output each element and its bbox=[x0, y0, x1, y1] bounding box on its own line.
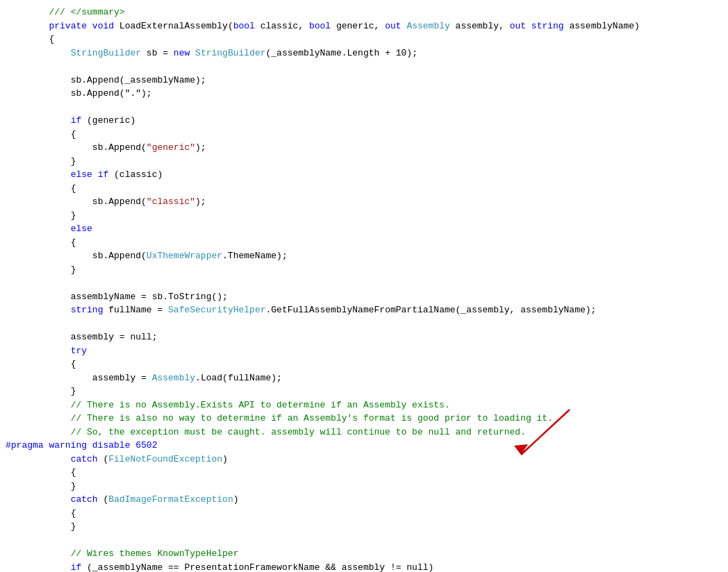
code-line: { bbox=[0, 358, 728, 371]
line-content: } bbox=[0, 209, 728, 223]
line-content: { bbox=[0, 236, 728, 250]
code-line: StringBuilder sb = new StringBuilder(_as… bbox=[0, 47, 728, 60]
code-line bbox=[0, 276, 728, 290]
line-content: private void LoadExternalAssembly(bool c… bbox=[0, 19, 728, 33]
line-content: if (generic) bbox=[0, 114, 728, 128]
code-line: catch (BadImageFormatException) bbox=[0, 493, 728, 507]
code-line: { bbox=[0, 33, 728, 47]
line-content: } bbox=[0, 263, 728, 277]
code-line: { bbox=[0, 507, 728, 521]
line-content: { bbox=[0, 466, 728, 480]
code-line: } bbox=[0, 155, 728, 169]
code-line: if (_assemblyName == PresentationFramewo… bbox=[0, 561, 728, 573]
code-line: private void LoadExternalAssembly(bool c… bbox=[0, 19, 728, 33]
code-line: string fullName = SafeSecurityHelper.Get… bbox=[0, 303, 728, 317]
line-content: // There is no Assembly.Exists API to de… bbox=[0, 398, 728, 412]
code-line: assembly = null; bbox=[0, 330, 728, 344]
code-line: /// </summary> bbox=[0, 6, 728, 19]
code-line: { bbox=[0, 466, 728, 480]
line-content: { bbox=[0, 128, 728, 142]
line-content: // There is also no way to determine if … bbox=[0, 412, 728, 426]
code-line: sb.Append(_assemblyName); bbox=[0, 74, 728, 87]
line-content: else bbox=[0, 222, 728, 236]
line-content: sb.Append("generic"); bbox=[0, 141, 728, 155]
line-content: } bbox=[0, 385, 728, 398]
line-content: } bbox=[0, 520, 728, 534]
line-content: assembly = Assembly.Load(fullName); bbox=[0, 371, 728, 385]
code-line: { bbox=[0, 182, 728, 196]
code-line: try bbox=[0, 344, 728, 358]
line-content: // So, the exception must be caught. ass… bbox=[0, 426, 728, 439]
line-content bbox=[0, 534, 728, 548]
line-content: sb.Append("."); bbox=[0, 87, 728, 101]
line-content: try bbox=[0, 344, 728, 358]
line-content: StringBuilder sb = new StringBuilder(_as… bbox=[0, 47, 728, 60]
line-content: // Wires themes KnownTypeHelper bbox=[0, 547, 728, 561]
line-content: string fullName = SafeSecurityHelper.Get… bbox=[0, 303, 728, 317]
code-line: // So, the exception must be caught. ass… bbox=[0, 426, 728, 439]
line-content: } bbox=[0, 155, 728, 169]
line-content: { bbox=[0, 507, 728, 521]
line-content: assemblyName = sb.ToString(); bbox=[0, 290, 728, 304]
line-content: sb.Append("classic"); bbox=[0, 195, 728, 209]
code-line: // Wires themes KnownTypeHelper bbox=[0, 547, 728, 561]
line-content bbox=[0, 60, 728, 74]
line-content: else if (classic) bbox=[0, 168, 728, 182]
code-line: } bbox=[0, 480, 728, 494]
code-line: // There is no Assembly.Exists API to de… bbox=[0, 398, 728, 412]
line-content bbox=[0, 276, 728, 290]
code-line: } bbox=[0, 263, 728, 277]
code-line: } bbox=[0, 209, 728, 223]
code-line: if (generic) bbox=[0, 114, 728, 128]
code-line: } bbox=[0, 520, 728, 534]
code-line: { bbox=[0, 236, 728, 250]
line-content: sb.Append(_assemblyName); bbox=[0, 74, 728, 87]
code-line: sb.Append("generic"); bbox=[0, 141, 728, 155]
line-content: { bbox=[0, 182, 728, 196]
code-line bbox=[0, 317, 728, 331]
line-content: } bbox=[0, 480, 728, 494]
line-content: { bbox=[0, 33, 728, 47]
code-line: else bbox=[0, 222, 728, 236]
code-line: sb.Append(UxThemeWrapper.ThemeName); bbox=[0, 249, 728, 263]
code-line: #pragma warning disable 6502 bbox=[0, 439, 728, 453]
line-content: if (_assemblyName == PresentationFramewo… bbox=[0, 561, 728, 573]
line-content: /// </summary> bbox=[0, 6, 728, 19]
line-content: sb.Append(UxThemeWrapper.ThemeName); bbox=[0, 249, 728, 263]
code-line: assembly = Assembly.Load(fullName); bbox=[0, 371, 728, 385]
code-line: sb.Append("classic"); bbox=[0, 195, 728, 209]
line-content bbox=[0, 317, 728, 331]
code-line bbox=[0, 60, 728, 74]
code-line bbox=[0, 534, 728, 548]
code-line: } bbox=[0, 385, 728, 398]
code-line: sb.Append("."); bbox=[0, 87, 728, 101]
code-line bbox=[0, 101, 728, 115]
line-content bbox=[0, 101, 728, 115]
code-view: /// </summary> private void LoadExternal… bbox=[0, 0, 728, 572]
code-line: assemblyName = sb.ToString(); bbox=[0, 290, 728, 304]
code-line: { bbox=[0, 128, 728, 142]
code-line: // There is also no way to determine if … bbox=[0, 412, 728, 426]
code-line: catch (FileNotFoundException) bbox=[0, 453, 728, 466]
code-line: else if (classic) bbox=[0, 168, 728, 182]
line-content: catch (FileNotFoundException) bbox=[0, 453, 728, 466]
line-content: { bbox=[0, 358, 728, 371]
line-content: assembly = null; bbox=[0, 330, 728, 344]
line-content: catch (BadImageFormatException) bbox=[0, 493, 728, 507]
line-content: #pragma warning disable 6502 bbox=[0, 439, 728, 453]
